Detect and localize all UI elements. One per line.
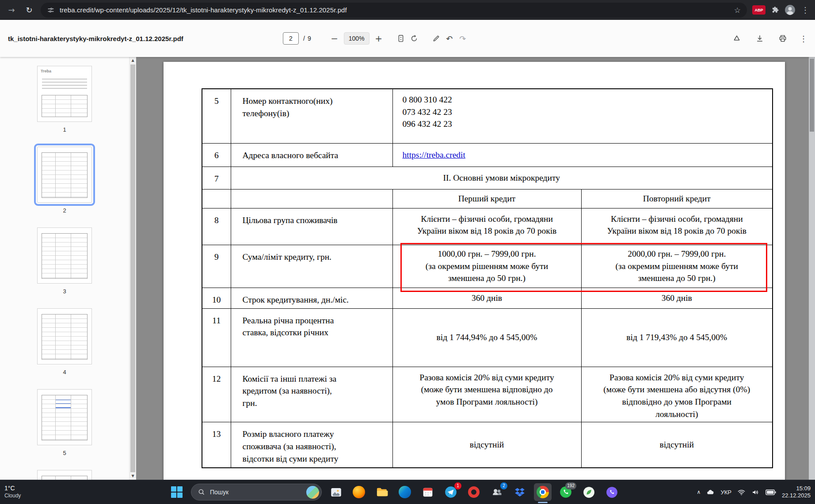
value-cell-first: відсутній [392, 422, 581, 468]
thumbnail-preview[interactable]: Treba [37, 66, 92, 122]
label-cell: Адреса власного вебсайта [231, 143, 392, 167]
row-number-cell: 9 [202, 245, 231, 288]
page-count: 9 [308, 35, 311, 42]
site-settings-icon[interactable] [47, 6, 55, 14]
battery-icon[interactable] [765, 489, 776, 495]
weather-condition: Cloudy [4, 492, 21, 500]
clock[interactable]: 15:09 22.12.2025 [782, 485, 811, 499]
onedrive-cloud-icon[interactable] [706, 488, 715, 496]
whatsapp-icon[interactable]: 192 [557, 483, 575, 501]
main-scrollbar[interactable] [809, 57, 815, 480]
label-cell: Цільова група споживачів [231, 208, 392, 245]
thumbnail-table-sketch [42, 233, 88, 279]
thumbnails-panel: Treba 1 2 3 [0, 57, 136, 480]
people-badge: 2 [500, 482, 507, 489]
dropbox-icon[interactable] [511, 483, 529, 501]
annotate-pen-icon[interactable] [430, 32, 443, 45]
pdf-menu-icon[interactable]: ⋮ [799, 34, 808, 43]
viber-icon[interactable] [603, 483, 621, 501]
clock-time: 15:09 [782, 485, 811, 492]
opera-icon[interactable] [465, 483, 483, 501]
thumbnail-preview[interactable] [37, 470, 92, 480]
value-cell-first: Клієнти – фізичні особи, громадяни Украї… [392, 208, 581, 245]
zoom-in-button[interactable]: + [372, 32, 385, 45]
language-indicator[interactable]: УКР [720, 489, 731, 496]
value-cell: 0 800 310 422 073 432 42 23 096 432 42 2… [392, 89, 773, 143]
fit-page-icon[interactable] [394, 32, 408, 45]
thumbnail-page-6[interactable] [37, 470, 92, 480]
sidebar-scrollbar[interactable]: ▲ ▼ [129, 57, 136, 480]
firefox-icon[interactable] [350, 483, 368, 501]
doc-row-10: 10 Строк кредитування, дн./міс. 360 днів… [202, 288, 773, 308]
search-daily-image[interactable] [306, 486, 319, 499]
thumbnail-preview[interactable] [37, 389, 92, 445]
file-explorer-icon[interactable] [373, 483, 391, 501]
value-cell-first: від 1 744,94% до 4 545,00% [392, 308, 581, 367]
scroll-down-icon[interactable]: ▼ [129, 473, 136, 480]
doc-row-12: 12 Комісії та інші платежі за кредитом (… [202, 367, 773, 422]
main-scrollbar-thumb[interactable] [810, 59, 814, 132]
value-cell: https://treba.credit [392, 143, 773, 167]
bookmark-star-icon[interactable]: ☆ [734, 6, 741, 15]
label-cell: Строк кредитування, дн./міс. [231, 288, 392, 308]
thumbnail-page-3[interactable]: 3 [37, 227, 92, 297]
windows-logo-icon [171, 486, 183, 498]
thumbnail-preview[interactable] [37, 227, 92, 284]
row-number-cell: 13 [202, 422, 231, 468]
extensions-puzzle-icon[interactable] [771, 6, 779, 14]
page-number-input[interactable]: 2 [283, 32, 299, 45]
tray-chevron-icon[interactable]: ∧ [697, 489, 701, 495]
start-button[interactable] [168, 483, 186, 501]
save-to-drive-icon[interactable] [730, 32, 743, 45]
thumbnail-page-4[interactable]: 4 [37, 308, 92, 378]
pdf-center-controls: 2 / 9 − 100% + [283, 32, 469, 45]
adblock-extension-icon[interactable]: ABP [752, 5, 765, 15]
edge-icon[interactable] [396, 483, 414, 501]
thumbnail-page-5[interactable]: 5 [37, 389, 92, 459]
thumbnail-number: 2 [63, 205, 66, 216]
people-app-icon[interactable]: 2 [488, 483, 506, 501]
scroll-up-icon[interactable]: ▲ [129, 57, 136, 64]
calendar-app-icon[interactable] [419, 483, 437, 501]
download-icon[interactable] [753, 32, 766, 45]
thumbnail-brand-text: Treba [41, 69, 51, 73]
thumbnail-page-2[interactable]: 2 [37, 147, 92, 216]
pdf-page: 5 Номер контактного(них) телефону(ів) 0 … [164, 62, 785, 480]
photos-app-icon[interactable] [327, 483, 345, 501]
print-icon[interactable] [776, 32, 789, 45]
search-box[interactable]: Пошук [191, 484, 322, 500]
rotate-icon[interactable] [408, 32, 421, 45]
volume-icon[interactable] [751, 488, 760, 496]
pdf-right-controls: ⋮ [730, 32, 808, 45]
thumbnail-table-sketch [42, 395, 88, 440]
thumbnail-preview[interactable] [37, 147, 92, 203]
thumbnail-number: 1 [63, 125, 66, 135]
chrome-icon[interactable] [534, 483, 552, 501]
url-bar[interactable]: treba.credit/wp-content/uploads/2025/12/… [41, 3, 747, 18]
doc-row-5: 5 Номер контактного(них) телефону(ів) 0 … [202, 89, 773, 143]
wifi-icon[interactable] [737, 488, 746, 496]
redo-icon[interactable]: ↷ [456, 32, 469, 45]
label-cell [231, 189, 392, 208]
doc-table: 5 Номер контактного(них) телефону(ів) 0 … [202, 88, 773, 468]
column-header-first: Перший кредит [392, 189, 581, 208]
system-tray: ∧ УКР [697, 480, 811, 504]
reload-icon[interactable]: ↻ [23, 5, 35, 15]
row-number-cell: 6 [202, 143, 231, 167]
browser-menu-icon[interactable]: ⋮ [801, 5, 810, 15]
thumbnail-page-1[interactable]: Treba 1 [37, 66, 92, 135]
zoom-out-button[interactable]: − [328, 32, 341, 45]
scrollbar-thumb[interactable] [130, 64, 135, 472]
website-link[interactable]: https://treba.credit [403, 150, 465, 159]
forward-icon[interactable]: → [5, 5, 18, 15]
thumbnail-preview[interactable] [37, 308, 92, 364]
leaf-app-icon[interactable] [580, 483, 598, 501]
profile-avatar-icon[interactable] [785, 4, 796, 15]
thumbnail-number: 5 [63, 448, 66, 459]
value-cell-repeat: Разова комісія 20% від суми кредиту (мож… [581, 367, 773, 422]
value-cell-repeat: від 1 719,43% до 4 545,00% [581, 308, 773, 367]
search-label: Пошук [210, 489, 302, 496]
telegram-icon[interactable]: 1 [442, 483, 460, 501]
undo-icon[interactable]: ↶ [443, 32, 456, 45]
weather-widget[interactable]: 1°C Cloudy [4, 485, 21, 500]
